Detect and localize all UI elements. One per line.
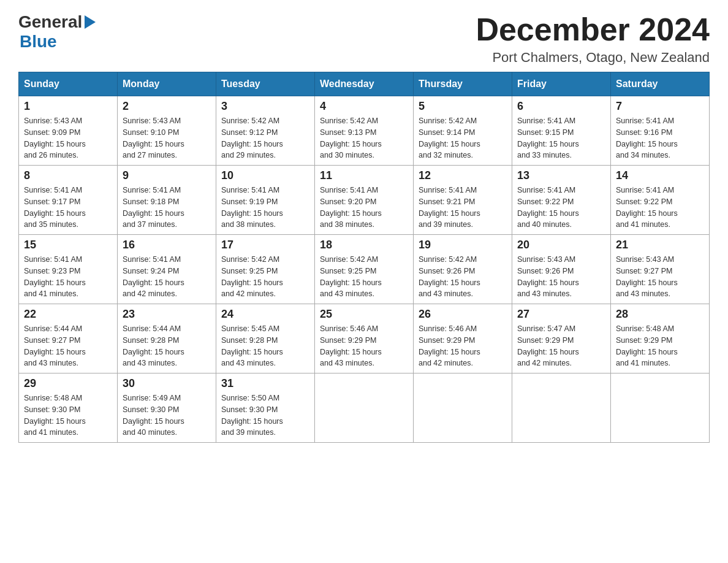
calendar-week-row: 22 Sunrise: 5:44 AMSunset: 9:27 PMDaylig…	[19, 304, 710, 373]
day-number: 15	[24, 239, 112, 251]
day-number: 7	[616, 100, 704, 113]
day-number: 8	[24, 169, 112, 182]
day-info: Sunrise: 5:43 AMSunset: 9:09 PMDaylight:…	[24, 117, 86, 159]
day-number: 18	[320, 239, 408, 251]
day-info: Sunrise: 5:41 AMSunset: 9:15 PMDaylight:…	[517, 117, 579, 159]
calendar-cell: 17 Sunrise: 5:42 AMSunset: 9:25 PMDaylig…	[216, 235, 315, 304]
calendar-cell: 4 Sunrise: 5:42 AMSunset: 9:13 PMDayligh…	[315, 96, 414, 166]
day-number: 3	[221, 100, 309, 113]
calendar-header-thursday: Thursday	[414, 72, 512, 96]
day-info: Sunrise: 5:43 AMSunset: 9:27 PMDaylight:…	[616, 255, 678, 298]
day-info: Sunrise: 5:44 AMSunset: 9:27 PMDaylight:…	[24, 324, 86, 367]
calendar-cell	[512, 373, 611, 443]
day-number: 26	[419, 308, 507, 321]
day-info: Sunrise: 5:48 AMSunset: 9:30 PMDaylight:…	[24, 394, 86, 437]
day-info: Sunrise: 5:45 AMSunset: 9:28 PMDaylight:…	[221, 324, 283, 367]
day-info: Sunrise: 5:41 AMSunset: 9:19 PMDaylight:…	[221, 186, 283, 229]
calendar-cell: 12 Sunrise: 5:41 AMSunset: 9:21 PMDaylig…	[414, 166, 512, 235]
calendar-cell: 31 Sunrise: 5:50 AMSunset: 9:30 PMDaylig…	[216, 373, 315, 443]
day-info: Sunrise: 5:43 AMSunset: 9:26 PMDaylight:…	[517, 255, 579, 298]
day-number: 29	[24, 377, 112, 390]
day-number: 21	[616, 239, 704, 251]
day-info: Sunrise: 5:46 AMSunset: 9:29 PMDaylight:…	[320, 324, 382, 367]
calendar-cell: 2 Sunrise: 5:43 AMSunset: 9:10 PMDayligh…	[118, 96, 216, 166]
calendar-cell: 30 Sunrise: 5:49 AMSunset: 9:30 PMDaylig…	[118, 373, 216, 443]
calendar-cell: 22 Sunrise: 5:44 AMSunset: 9:27 PMDaylig…	[19, 304, 118, 373]
logo-blue-text: Blue	[20, 32, 57, 52]
day-info: Sunrise: 5:42 AMSunset: 9:25 PMDaylight:…	[320, 255, 382, 298]
calendar-cell: 29 Sunrise: 5:48 AMSunset: 9:30 PMDaylig…	[19, 373, 118, 443]
calendar-week-row: 15 Sunrise: 5:41 AMSunset: 9:23 PMDaylig…	[19, 235, 710, 304]
calendar-header-row: SundayMondayTuesdayWednesdayThursdayFrid…	[19, 72, 710, 96]
day-number: 11	[320, 169, 408, 182]
calendar-cell: 16 Sunrise: 5:41 AMSunset: 9:24 PMDaylig…	[118, 235, 216, 304]
day-info: Sunrise: 5:42 AMSunset: 9:13 PMDaylight:…	[320, 117, 382, 159]
calendar-cell: 26 Sunrise: 5:46 AMSunset: 9:29 PMDaylig…	[414, 304, 512, 373]
calendar-cell: 27 Sunrise: 5:47 AMSunset: 9:29 PMDaylig…	[512, 304, 611, 373]
calendar-week-row: 1 Sunrise: 5:43 AMSunset: 9:09 PMDayligh…	[19, 96, 710, 166]
day-number: 23	[123, 308, 211, 321]
day-info: Sunrise: 5:41 AMSunset: 9:22 PMDaylight:…	[517, 186, 579, 229]
day-number: 25	[320, 308, 408, 321]
day-info: Sunrise: 5:47 AMSunset: 9:29 PMDaylight:…	[517, 324, 579, 367]
page-header: General Blue December 2024 Port Chalmers…	[18, 12, 710, 66]
calendar-cell: 21 Sunrise: 5:43 AMSunset: 9:27 PMDaylig…	[611, 235, 710, 304]
calendar-cell: 25 Sunrise: 5:46 AMSunset: 9:29 PMDaylig…	[315, 304, 414, 373]
day-info: Sunrise: 5:41 AMSunset: 9:21 PMDaylight:…	[419, 186, 480, 229]
day-number: 2	[123, 100, 211, 113]
day-info: Sunrise: 5:43 AMSunset: 9:10 PMDaylight:…	[123, 117, 184, 159]
day-number: 4	[320, 100, 408, 113]
day-info: Sunrise: 5:41 AMSunset: 9:24 PMDaylight:…	[123, 255, 184, 298]
day-number: 22	[24, 308, 112, 321]
calendar-week-row: 29 Sunrise: 5:48 AMSunset: 9:30 PMDaylig…	[19, 373, 710, 443]
calendar-header-saturday: Saturday	[611, 72, 710, 96]
logo: General Blue	[18, 12, 96, 52]
day-info: Sunrise: 5:49 AMSunset: 9:30 PMDaylight:…	[123, 394, 184, 437]
day-info: Sunrise: 5:50 AMSunset: 9:30 PMDaylight:…	[221, 394, 283, 437]
day-number: 5	[419, 100, 507, 113]
calendar-cell: 10 Sunrise: 5:41 AMSunset: 9:19 PMDaylig…	[216, 166, 315, 235]
day-info: Sunrise: 5:44 AMSunset: 9:28 PMDaylight:…	[123, 324, 184, 367]
day-number: 19	[419, 239, 507, 251]
day-number: 1	[24, 100, 112, 113]
calendar-cell: 5 Sunrise: 5:42 AMSunset: 9:14 PMDayligh…	[414, 96, 512, 166]
day-number: 20	[517, 239, 605, 251]
calendar-cell: 19 Sunrise: 5:42 AMSunset: 9:26 PMDaylig…	[414, 235, 512, 304]
calendar-cell: 14 Sunrise: 5:41 AMSunset: 9:22 PMDaylig…	[611, 166, 710, 235]
month-title: December 2024	[476, 12, 710, 47]
calendar-cell	[611, 373, 710, 443]
day-number: 28	[616, 308, 704, 321]
calendar-cell: 23 Sunrise: 5:44 AMSunset: 9:28 PMDaylig…	[118, 304, 216, 373]
day-number: 16	[123, 239, 211, 251]
day-number: 13	[517, 169, 605, 182]
calendar-cell	[414, 373, 512, 443]
logo-general-text: General	[18, 12, 82, 32]
calendar-cell: 3 Sunrise: 5:42 AMSunset: 9:12 PMDayligh…	[216, 96, 315, 166]
day-info: Sunrise: 5:42 AMSunset: 9:12 PMDaylight:…	[221, 117, 283, 159]
title-section: December 2024 Port Chalmers, Otago, New …	[476, 12, 710, 66]
logo-triangle-icon	[85, 15, 96, 31]
day-number: 31	[221, 377, 309, 390]
day-number: 12	[419, 169, 507, 182]
day-info: Sunrise: 5:41 AMSunset: 9:20 PMDaylight:…	[320, 186, 382, 229]
calendar-cell: 15 Sunrise: 5:41 AMSunset: 9:23 PMDaylig…	[19, 235, 118, 304]
day-info: Sunrise: 5:41 AMSunset: 9:18 PMDaylight:…	[123, 186, 184, 229]
day-info: Sunrise: 5:41 AMSunset: 9:22 PMDaylight:…	[616, 186, 678, 229]
day-info: Sunrise: 5:42 AMSunset: 9:14 PMDaylight:…	[419, 117, 480, 159]
calendar-header-wednesday: Wednesday	[315, 72, 414, 96]
calendar-cell: 6 Sunrise: 5:41 AMSunset: 9:15 PMDayligh…	[512, 96, 611, 166]
calendar-cell: 11 Sunrise: 5:41 AMSunset: 9:20 PMDaylig…	[315, 166, 414, 235]
calendar-header-sunday: Sunday	[19, 72, 118, 96]
day-number: 9	[123, 169, 211, 182]
day-info: Sunrise: 5:41 AMSunset: 9:23 PMDaylight:…	[24, 255, 86, 298]
calendar-week-row: 8 Sunrise: 5:41 AMSunset: 9:17 PMDayligh…	[19, 166, 710, 235]
day-number: 17	[221, 239, 309, 251]
calendar-header-friday: Friday	[512, 72, 611, 96]
calendar-cell: 18 Sunrise: 5:42 AMSunset: 9:25 PMDaylig…	[315, 235, 414, 304]
location-title: Port Chalmers, Otago, New Zealand	[476, 50, 710, 66]
calendar-cell: 13 Sunrise: 5:41 AMSunset: 9:22 PMDaylig…	[512, 166, 611, 235]
calendar-cell: 8 Sunrise: 5:41 AMSunset: 9:17 PMDayligh…	[19, 166, 118, 235]
day-number: 6	[517, 100, 605, 113]
day-info: Sunrise: 5:42 AMSunset: 9:26 PMDaylight:…	[419, 255, 480, 298]
calendar-cell: 24 Sunrise: 5:45 AMSunset: 9:28 PMDaylig…	[216, 304, 315, 373]
